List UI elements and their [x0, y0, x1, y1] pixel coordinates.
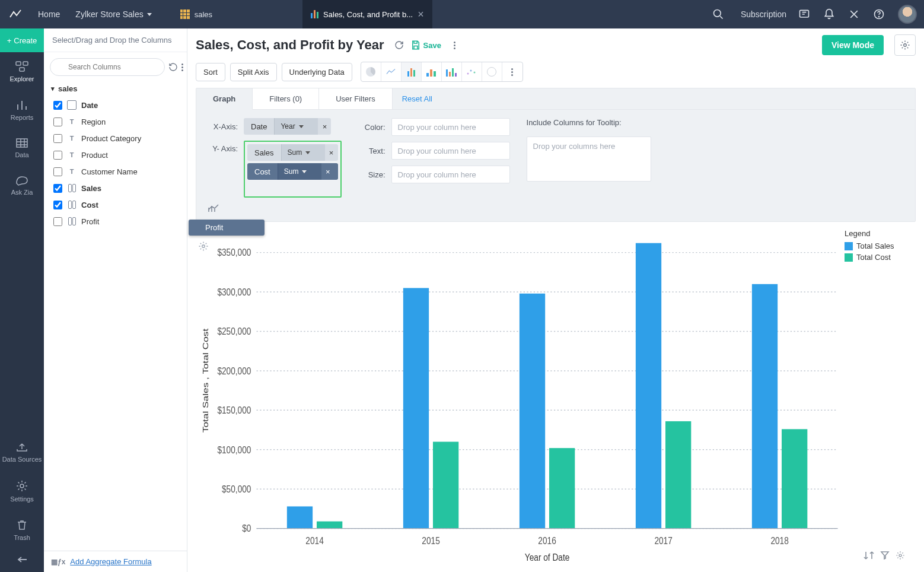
refresh-report-icon[interactable] [394, 40, 404, 50]
pill-option[interactable]: Sum [278, 163, 321, 180]
y-axis-dropzone[interactable]: Sales Sum × Cost Sum × [244, 141, 342, 198]
x-axis-field-pill[interactable]: Date Year × [244, 118, 331, 135]
rail-reports[interactable]: Reports [0, 91, 44, 129]
tab-report-active[interactable]: Sales, Cost, and Profit b... × [302, 0, 432, 28]
column-checkbox[interactable] [53, 184, 62, 193]
combo-icon[interactable] [207, 204, 238, 213]
pill-remove-icon[interactable]: × [321, 163, 334, 180]
create-button[interactable]: + Create [0, 28, 44, 52]
text-dropzone[interactable]: Drop your column here [391, 142, 510, 160]
app-logo[interactable] [7, 6, 24, 23]
save-button[interactable]: Save [410, 40, 441, 50]
column-item-date[interactable]: Date [51, 97, 180, 113]
chart-type-grouped-bar[interactable] [442, 62, 462, 81]
chart-type-more-icon[interactable] [502, 62, 522, 81]
legend-item[interactable]: Total Sales [845, 241, 916, 250]
config-tab-graph[interactable]: Graph [196, 88, 253, 110]
column-checkbox[interactable] [53, 167, 62, 176]
sort-icon[interactable] [864, 551, 874, 560]
refresh-icon[interactable] [168, 61, 178, 74]
rail-settings[interactable]: Settings [0, 471, 44, 511]
chart-footer-tools [864, 551, 905, 560]
column-checkbox[interactable] [53, 134, 62, 143]
svg-rect-42 [665, 421, 691, 529]
config-tab-filters[interactable]: Filters (0) [253, 88, 319, 109]
column-checkbox[interactable] [53, 217, 62, 226]
column-item-region[interactable]: TRegion [51, 113, 180, 130]
rail-label: Trash [14, 534, 30, 541]
formula-icon: ▦ƒx [51, 558, 65, 566]
column-item-sales[interactable]: Sales [51, 180, 180, 196]
pill-remove-icon[interactable]: × [325, 144, 338, 161]
column-label: Sales [81, 184, 101, 193]
column-item-cost[interactable]: Cost [51, 196, 180, 213]
tooltip-dropzone[interactable]: Drop your columns here [527, 136, 651, 182]
subscription-link[interactable]: Subscription [741, 9, 786, 19]
rail-ask-zia[interactable]: Ask Zia [0, 167, 44, 204]
chart-type-map[interactable] [482, 62, 502, 81]
table-header[interactable]: ▾ sales [44, 82, 187, 97]
tools-icon[interactable] [847, 7, 861, 21]
y-axis-field-sales[interactable]: Sales Sum × [247, 144, 338, 161]
create-label: Create [14, 36, 37, 45]
column-item-customer-name[interactable]: TCustomer Name [51, 163, 180, 180]
workspace-selector[interactable]: Zylker Store Sales [71, 6, 156, 23]
svg-point-0 [713, 10, 721, 17]
config-tab-user-filters[interactable]: User Filters [319, 88, 392, 109]
columns-panel-footer: ▦ƒx Add Aggregate Formula [44, 551, 187, 572]
pill-option[interactable]: Year [274, 118, 318, 135]
rail-trash[interactable]: Trash [0, 511, 44, 549]
color-dropzone[interactable]: Drop your column here [391, 118, 510, 136]
legend-item[interactable]: Total Cost [845, 253, 916, 262]
chart-type-stacked-bar[interactable] [422, 62, 442, 81]
size-label: Size: [358, 170, 385, 179]
column-checkbox[interactable] [53, 117, 62, 126]
pill-option[interactable]: Sum [281, 144, 325, 161]
column-item-product-category[interactable]: TProduct Category [51, 130, 180, 147]
search-icon[interactable] [711, 7, 725, 21]
split-axis-button[interactable]: Split Axis [230, 63, 277, 81]
svg-rect-45 [782, 429, 807, 528]
columns-more-icon[interactable] [181, 63, 183, 71]
rail-data-sources[interactable]: Data Sources [0, 433, 44, 471]
nav-home[interactable]: Home [32, 6, 66, 23]
notifications-icon[interactable] [822, 7, 836, 21]
sort-button[interactable]: Sort [196, 63, 225, 81]
report-settings-icon[interactable] [894, 34, 916, 56]
gear-icon[interactable] [896, 551, 905, 560]
column-label: Cost [81, 201, 98, 209]
view-mode-button[interactable]: View Mode [822, 35, 884, 55]
column-label: Region [81, 117, 106, 126]
text-label: Text: [358, 147, 385, 155]
config-reset-all[interactable]: Reset All [393, 88, 442, 109]
rail-explorer[interactable]: Explorer [0, 52, 44, 91]
chart-type-line[interactable] [381, 62, 402, 81]
column-checkbox[interactable] [53, 151, 62, 160]
column-item-product[interactable]: TProduct [51, 147, 180, 163]
rail-label: Reports [11, 114, 34, 121]
rail-collapse[interactable] [0, 549, 44, 572]
save-label: Save [423, 41, 441, 50]
chart-type-bar[interactable] [402, 62, 422, 81]
column-checkbox[interactable] [53, 201, 62, 209]
pill-remove-icon[interactable]: × [318, 118, 331, 135]
rail-data[interactable]: Data [0, 129, 44, 167]
whats-new-icon[interactable] [797, 7, 811, 21]
user-avatar[interactable] [898, 5, 917, 24]
column-checkbox[interactable] [53, 101, 62, 110]
y-axis-label: Y- Axis: [207, 141, 238, 153]
filter-icon[interactable] [880, 551, 890, 560]
tab-datasource-sales[interactable]: sales [172, 0, 221, 28]
column-item-profit[interactable]: Profit [51, 213, 180, 230]
underlying-data-button[interactable]: Underlying Data [282, 63, 352, 81]
add-aggregate-formula-link[interactable]: Add Aggregate Formula [70, 557, 151, 566]
svg-text:$50,000: $50,000 [222, 483, 251, 494]
help-icon[interactable] [872, 7, 886, 21]
close-icon[interactable]: × [418, 9, 424, 20]
chart-type-scatter[interactable] [462, 62, 482, 81]
chart-type-pie[interactable] [361, 62, 381, 81]
columns-search-input[interactable] [50, 58, 165, 76]
y-axis-field-cost[interactable]: Cost Sum × [247, 163, 338, 180]
size-dropzone[interactable]: Drop your column here [391, 166, 510, 183]
report-more-icon[interactable] [451, 42, 459, 49]
